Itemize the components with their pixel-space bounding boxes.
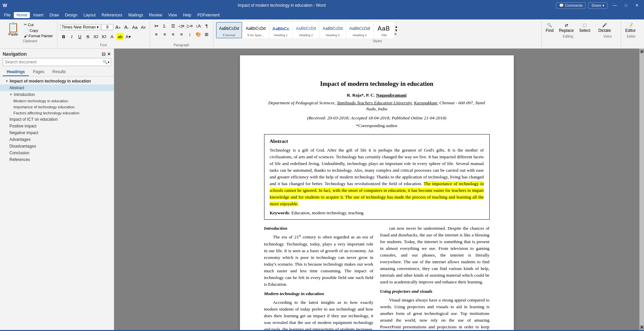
nav-item-positive[interactable]: Positive impact bbox=[0, 123, 114, 129]
navigation-pane: Navigation ⊟ ✕ 🔍 ▾ Headings Pages Result… bbox=[0, 49, 114, 330]
nav-item-factors[interactable]: Factors affecting technology education bbox=[0, 110, 114, 116]
numbering-btn[interactable]: 1. bbox=[161, 22, 168, 30]
document-area[interactable]: Impact of modern technology in education… bbox=[114, 49, 639, 330]
font-shrink-btn[interactable]: A- bbox=[123, 23, 130, 31]
scroll-down-btn[interactable]: ▼ bbox=[640, 325, 644, 329]
nav-item-abstract-text: Abstract bbox=[9, 86, 24, 90]
menu-help[interactable]: Help bbox=[180, 12, 194, 18]
menu-pdfelement[interactable]: PDFelement bbox=[195, 12, 222, 18]
maximize-btn[interactable]: □ bbox=[622, 2, 630, 8]
nav-tab-pages[interactable]: Pages bbox=[29, 68, 48, 76]
search-icon[interactable]: 🔍 bbox=[103, 60, 108, 64]
sort-btn[interactable]: ↕A bbox=[195, 22, 202, 30]
align-right-btn[interactable]: ≡ bbox=[169, 31, 177, 38]
replace-button[interactable]: ⇄ Replace bbox=[558, 22, 575, 34]
font-color-btn[interactable]: A bbox=[108, 33, 116, 40]
style-heading1[interactable]: AaBbCc Heading 1 bbox=[269, 22, 293, 38]
keywords-label: Keywords bbox=[270, 210, 289, 215]
style-normal[interactable]: AaBbCcDd ¶ Normal bbox=[216, 22, 242, 38]
strikethrough-button[interactable]: S bbox=[84, 33, 92, 40]
nav-header: Navigation ⊟ ✕ bbox=[0, 49, 114, 58]
nav-item-importance[interactable]: Importance of technology education bbox=[0, 104, 114, 110]
search-box[interactable]: 🔍 ▾ bbox=[3, 58, 111, 66]
italic-button[interactable]: I bbox=[68, 33, 76, 40]
borders-btn[interactable]: ⊞ bbox=[203, 31, 210, 38]
nav-close-btn[interactable]: ✕ bbox=[107, 51, 111, 57]
menu-design[interactable]: Design bbox=[62, 12, 80, 18]
dictate-button[interactable]: 🎤 Dictate bbox=[597, 22, 612, 34]
nav-item-main-title[interactable]: ▼ Impact of modern technology in educati… bbox=[0, 78, 114, 85]
justify-btn[interactable]: ≡ bbox=[178, 31, 185, 38]
nav-item-abstract[interactable]: Abstract bbox=[0, 85, 114, 91]
change-case-btn[interactable]: Aa bbox=[131, 23, 139, 31]
show-hide-btn[interactable]: ¶ bbox=[203, 22, 210, 30]
share-btn[interactable]: Share ▾ bbox=[588, 2, 607, 9]
bold-button[interactable]: B bbox=[60, 33, 67, 40]
menu-review[interactable]: Review bbox=[146, 12, 165, 18]
menu-view[interactable]: View bbox=[166, 12, 180, 18]
nav-collapse-btn[interactable]: ⊟ bbox=[102, 51, 106, 57]
nav-item-references[interactable]: References bbox=[0, 156, 114, 163]
copy-icon: 📄 bbox=[24, 28, 29, 33]
align-left-btn[interactable]: ≡ bbox=[153, 31, 160, 38]
copy-button[interactable]: 📄 Copy bbox=[22, 28, 54, 33]
nav-title: Navigation bbox=[3, 51, 27, 57]
style-heading2[interactable]: AaBbCcDd Heading 2 bbox=[293, 22, 319, 38]
nav-item-modern-tech[interactable]: Modern technology in education bbox=[0, 98, 114, 104]
underline-button[interactable]: U bbox=[76, 33, 84, 40]
styles-scroll[interactable]: ▲ ▼ ≡ bbox=[395, 25, 398, 36]
menu-references[interactable]: References bbox=[99, 12, 125, 18]
style-heading4[interactable]: AaBbCcDdi Heading 4 bbox=[346, 22, 373, 38]
bullets-btn[interactable]: ≡• bbox=[153, 22, 160, 30]
find-button[interactable]: 🔍 Find bbox=[544, 22, 555, 34]
nav-item-introduction[interactable]: ▼ Introduction bbox=[0, 91, 114, 98]
search-dropdown-icon[interactable]: ▾ bbox=[108, 60, 109, 64]
nav-item-impact-ict[interactable]: Impact of ICT on education bbox=[0, 116, 114, 123]
nav-item-modern-tech-text: Modern technology in education bbox=[13, 99, 68, 103]
highlight-btn[interactable]: ab bbox=[116, 33, 124, 40]
font-size-selector[interactable]: 9 bbox=[101, 24, 113, 30]
nav-item-negative[interactable]: Negative impact bbox=[0, 129, 114, 136]
minimize-btn[interactable]: — bbox=[610, 2, 620, 8]
nav-item-disadvantages[interactable]: Disadvantages bbox=[0, 143, 114, 150]
style-no-spacing[interactable]: AaBbCcDd ¶ No Spac... bbox=[243, 22, 268, 38]
clear-format-btn[interactable]: Ax bbox=[140, 23, 147, 31]
nav-item-conclusion[interactable]: Conclusion bbox=[0, 150, 114, 156]
menu-mailings[interactable]: Mailings bbox=[126, 12, 146, 18]
cut-button[interactable]: ✂ Cut bbox=[22, 22, 54, 27]
decrease-indent-btn[interactable]: ◁≡ bbox=[178, 22, 185, 30]
comments-btn[interactable]: 💬 Comments bbox=[556, 2, 586, 9]
style-h2-preview: AaBbCcDd bbox=[296, 23, 316, 34]
editor-button[interactable]: 📝 Editor bbox=[624, 22, 637, 34]
nav-tab-results[interactable]: Results bbox=[48, 68, 70, 76]
menu-insert[interactable]: Insert bbox=[31, 12, 46, 18]
style-heading3[interactable]: AaBbCcDd Heading 3 bbox=[319, 22, 345, 38]
format-painter-button[interactable]: 🖌 Format Painter bbox=[22, 34, 54, 38]
font-name-selector[interactable]: Times New Roman ▾ bbox=[60, 24, 100, 30]
shading-btn[interactable]: 🎨 bbox=[195, 31, 202, 38]
align-center-btn[interactable]: ≡ bbox=[161, 31, 168, 38]
line-spacing-btn[interactable]: ↕ bbox=[186, 31, 194, 38]
paste-button[interactable]: 📋 Paste bbox=[5, 22, 21, 37]
menu-home[interactable]: Home bbox=[14, 12, 30, 18]
menu-file[interactable]: File bbox=[1, 12, 13, 18]
subscript-button[interactable]: X2 bbox=[92, 33, 100, 40]
menu-draw[interactable]: Draw bbox=[47, 12, 61, 18]
menu-layout[interactable]: Layout bbox=[81, 12, 98, 18]
font-size-value: 9 bbox=[106, 25, 108, 30]
style-title[interactable]: AaB Title bbox=[374, 22, 394, 38]
clipboard-group: 📋 Paste ✂ Cut 📄 Copy 🖌 Format Painter Cl… bbox=[3, 21, 57, 48]
scroll-up-btn[interactable]: ▲ bbox=[640, 49, 644, 53]
right-scrollbar[interactable]: ▲ ▼ bbox=[639, 49, 644, 330]
text-shade-btn[interactable]: A▾ bbox=[125, 33, 132, 40]
select-button[interactable]: ⬚ Select bbox=[578, 22, 592, 34]
multilevel-btn[interactable]: ☰ bbox=[169, 22, 177, 30]
increase-indent-btn[interactable]: ▷≡ bbox=[186, 22, 194, 30]
nav-tab-headings[interactable]: Headings bbox=[3, 68, 29, 76]
close-btn[interactable]: ✕ bbox=[633, 2, 641, 8]
nav-item-advantages[interactable]: Advantages bbox=[0, 136, 114, 143]
search-input[interactable] bbox=[4, 59, 103, 65]
superscript-button[interactable]: X2 bbox=[100, 33, 108, 40]
font-grow-btn[interactable]: A+ bbox=[114, 23, 122, 31]
paragraph-group: ≡• 1. ☰ ◁≡ ▷≡ ↕A ¶ ≡ ≡ ≡ ≡ ↕ 🎨 ⊞ Paragra… bbox=[150, 21, 213, 48]
